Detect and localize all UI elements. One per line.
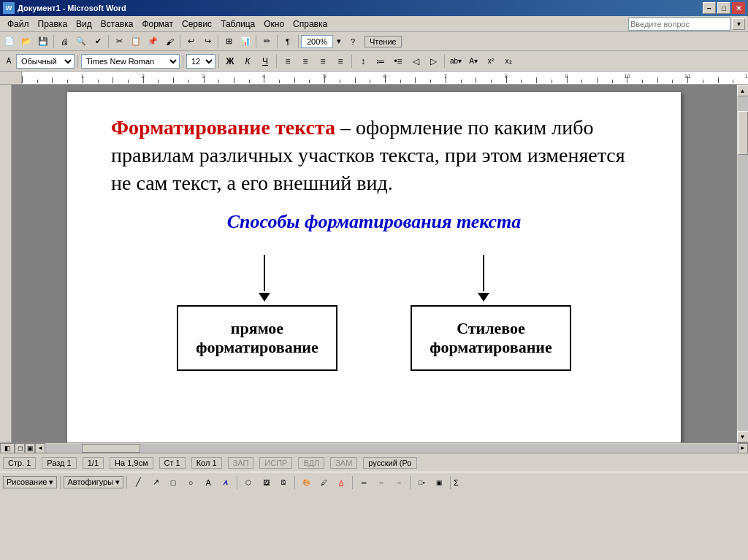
horizontal-scroll-area[interactable]: ◧ ◻ ▣ ◄ ► — [0, 442, 748, 453]
cut-btn[interactable]: ✂ — [111, 34, 127, 50]
line-style-btn[interactable]: ═ — [356, 475, 372, 491]
preview-btn[interactable]: 🔍 — [73, 34, 89, 50]
align-center-btn[interactable]: ≡ — [297, 54, 313, 69]
line-color-btn[interactable]: 🖊 — [316, 475, 332, 491]
reading-mode-btn[interactable]: Чтение — [365, 36, 402, 47]
open-btn[interactable]: 📂 — [18, 34, 34, 50]
insert-image-btn[interactable]: 🖻 — [275, 475, 291, 491]
dash-style-btn[interactable]: -- — [373, 475, 389, 491]
3d-btn[interactable]: ▣ — [431, 475, 447, 491]
align-right-btn[interactable]: ≡ — [315, 54, 331, 69]
menu-bar: Файл Правка Вид Вставка Формат Сервис Та… — [0, 16, 748, 32]
underline-button[interactable]: Ч — [257, 54, 273, 69]
help-search-input[interactable] — [628, 18, 730, 31]
numbering-btn[interactable]: ≔ — [373, 54, 389, 69]
ruler-corner — [0, 72, 22, 85]
draw-btn[interactable]: ✏ — [259, 34, 275, 50]
zoom-input[interactable] — [301, 35, 333, 48]
scroll-track[interactable] — [738, 96, 748, 431]
menu-file[interactable]: Файл — [3, 18, 34, 31]
scroll-down-btn[interactable]: ▼ — [737, 431, 749, 442]
draw-sep2 — [126, 476, 127, 489]
style-icon: A — [3, 53, 15, 69]
page-view-web-btn[interactable]: ◻ — [15, 443, 25, 453]
sigma-label: Σ — [454, 478, 459, 487]
scroll-up-btn[interactable]: ▲ — [737, 85, 749, 96]
menu-edit[interactable]: Правка — [34, 18, 72, 31]
show-hide-btn[interactable]: ¶ — [280, 34, 296, 50]
redo-btn[interactable]: ↪ — [199, 34, 215, 50]
menu-table[interactable]: Таблица — [216, 18, 259, 31]
increase-indent-btn[interactable]: ▷ — [425, 54, 441, 69]
menu-insert[interactable]: Вставка — [96, 18, 138, 31]
close-button[interactable]: ✕ — [732, 2, 745, 14]
insert-chart-btn[interactable]: 📊 — [237, 34, 253, 50]
diagram-tool-btn[interactable]: ⬡ — [240, 475, 256, 491]
line-tool-btn[interactable]: ╱ — [130, 475, 146, 491]
drawing-toolbar: Рисование ▾ Автофигуры ▾ ╱ ↗ □ ○ A A ⬡ 🖼… — [0, 472, 748, 492]
scroll-thumb[interactable] — [738, 111, 748, 155]
oval-tool-btn[interactable]: ○ — [183, 475, 199, 491]
font-dropdown[interactable]: Times New Roman — [81, 54, 180, 69]
arrow-left — [259, 255, 270, 302]
arrow-style-btn[interactable]: → — [391, 475, 407, 491]
fontsize-dropdown[interactable]: 12 — [186, 54, 215, 69]
fmt-sep5 — [351, 55, 352, 68]
autoshapes-menu-btn[interactable]: Автофигуры ▾ — [64, 476, 123, 488]
bullets-btn[interactable]: •≡ — [390, 54, 406, 69]
menu-window[interactable]: Окно — [259, 18, 289, 31]
fill-color-btn[interactable]: 🎨 — [298, 475, 314, 491]
font-color-draw-btn[interactable]: A — [333, 475, 349, 491]
vertical-scrollbar[interactable]: ▲ ▼ — [736, 85, 748, 442]
draw-sep6 — [410, 476, 411, 489]
fmt-sep1 — [77, 55, 78, 68]
copy-btn[interactable]: 📋 — [128, 34, 144, 50]
spellcheck-btn[interactable]: ✔ — [90, 34, 106, 50]
help-btn[interactable]: ? — [345, 34, 361, 50]
style-dropdown[interactable]: Обычный — [16, 54, 75, 69]
drawing-menu-btn[interactable]: Рисование ▾ — [3, 476, 57, 488]
italic-button[interactable]: К — [240, 54, 256, 69]
rect-tool-btn[interactable]: □ — [165, 475, 181, 491]
formatting-toolbar: A Обычный Times New Roman 12 Ж К Ч ≡ ≡ ≡… — [0, 51, 748, 72]
bold-button[interactable]: Ж — [222, 54, 238, 69]
window-controls[interactable]: − □ ✕ — [703, 2, 745, 14]
save-btn[interactable]: 💾 — [35, 34, 51, 50]
clip-art-btn[interactable]: 🖼 — [258, 475, 274, 491]
menu-tools[interactable]: Сервис — [178, 18, 216, 31]
help-search-btn[interactable]: ▾ — [732, 18, 745, 30]
highlight-btn[interactable]: ab▾ — [448, 54, 464, 69]
align-left-btn[interactable]: ≡ — [280, 54, 296, 69]
menu-help[interactable]: Справка — [289, 18, 332, 31]
h-scroll-thumb[interactable] — [82, 444, 140, 453]
menu-format[interactable]: Формат — [137, 18, 178, 31]
menu-view[interactable]: Вид — [72, 18, 96, 31]
page-view-print-btn[interactable]: ▣ — [25, 443, 35, 453]
document-scroll-area[interactable]: Форматирование текста – оформление по ка… — [12, 85, 736, 442]
h-scroll-left-btn[interactable]: ◄ — [35, 443, 45, 453]
arrow-tool-btn[interactable]: ↗ — [148, 475, 164, 491]
line-spacing-btn[interactable]: ↕ — [355, 54, 371, 69]
h-scroll-right-btn[interactable]: ► — [738, 443, 748, 453]
h-scroll-track[interactable] — [45, 444, 738, 453]
superscript-btn[interactable]: x² — [483, 54, 499, 69]
print-btn[interactable]: 🖨 — [56, 34, 72, 50]
page-view-normal-btn[interactable]: ◧ — [0, 443, 15, 453]
diagram-box-style: Стилевое форматирование — [411, 305, 571, 371]
align-justify-btn[interactable]: ≡ — [332, 54, 348, 69]
wordart-tool-btn[interactable]: A — [218, 475, 234, 491]
insert-table-btn[interactable]: ⊞ — [221, 34, 237, 50]
format-painter-btn[interactable]: 🖌 — [161, 34, 178, 50]
decrease-indent-btn[interactable]: ◁ — [408, 54, 424, 69]
textbox-tool-btn[interactable]: A — [200, 475, 216, 491]
font-color-btn[interactable]: A▾ — [465, 54, 481, 69]
minimize-button[interactable]: − — [703, 2, 716, 14]
shadow-btn[interactable]: □▪ — [413, 475, 430, 491]
new-btn[interactable]: 📄 — [1, 34, 18, 50]
undo-btn[interactable]: ↩ — [183, 34, 199, 50]
zoom-area: ▾ — [301, 34, 344, 50]
paste-btn[interactable]: 📌 — [145, 34, 161, 50]
maximize-button[interactable]: □ — [717, 2, 730, 14]
zoom-dropdown[interactable]: ▾ — [334, 34, 344, 50]
subscript-btn[interactable]: x₂ — [500, 54, 516, 69]
